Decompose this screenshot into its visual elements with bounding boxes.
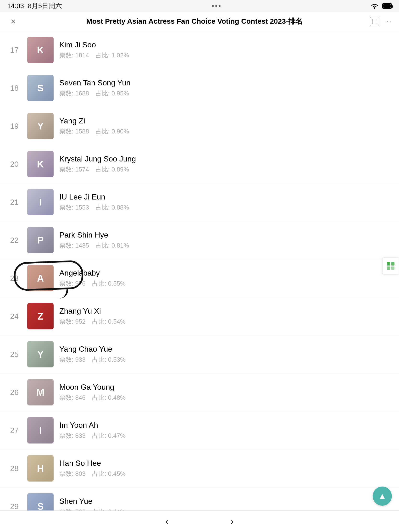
vote-pct: 占比: 0.90% xyxy=(96,128,129,135)
avatar-placeholder: P xyxy=(27,227,54,253)
side-grid-button[interactable] xyxy=(382,258,399,274)
avatar: K xyxy=(27,37,54,63)
close-button[interactable]: × xyxy=(7,17,19,26)
contestant-name: Im Yoon Ah xyxy=(59,421,392,430)
vote-count: 票数: 933 xyxy=(59,356,86,363)
vote-count: 票数: 846 xyxy=(59,394,86,401)
avatar: M xyxy=(27,379,54,405)
avatar: I xyxy=(27,417,54,443)
vote-pct: 占比: 0.89% xyxy=(96,166,129,173)
contestant-stats: 票数: 846 占比: 0.48% xyxy=(59,393,392,402)
scroll-top-button[interactable]: ▲ xyxy=(373,487,392,506)
contestant-stats: 票数: 976 占比: 0.55% xyxy=(59,279,392,288)
grid-dot xyxy=(387,262,390,266)
list-item[interactable]: 25 Y Yang Chao Yue 票数: 933 占比: 0.53% xyxy=(0,335,399,374)
nav-actions: ··· xyxy=(370,17,392,26)
rank-number: 25 xyxy=(7,350,22,359)
avatar-placeholder: I xyxy=(27,417,54,443)
vote-count: 票数: 1574 xyxy=(59,166,89,173)
vote-pct: 占比: 0.54% xyxy=(92,318,126,325)
contestant-name: Krystal Jung Soo Jung xyxy=(59,155,392,163)
contestant-name: Yang Zi xyxy=(59,116,392,125)
status-time: 14:03 xyxy=(7,2,24,10)
status-bar: 14:03 8月5日周六 xyxy=(0,0,399,12)
list-item[interactable]: 17 K Kim Ji Soo 票数: 1814 占比: 1.02% xyxy=(0,31,399,69)
grid-dot xyxy=(391,266,394,270)
contestant-info: Yang Zi 票数: 1588 占比: 0.90% xyxy=(59,116,392,136)
vote-count: 票数: 1814 xyxy=(59,52,89,59)
wifi-icon xyxy=(370,3,379,9)
contestant-info: Angelababy 票数: 976 占比: 0.55% xyxy=(59,269,392,288)
contestant-info: IU Lee Ji Eun 票数: 1553 占比: 0.88% xyxy=(59,193,392,212)
contestant-name: Shen Yue xyxy=(59,497,392,506)
contestant-info: Krystal Jung Soo Jung 票数: 1574 占比: 0.89% xyxy=(59,155,392,174)
contestant-stats: 票数: 952 占比: 0.54% xyxy=(59,317,392,326)
contestant-name: Angelababy xyxy=(59,269,392,278)
contestant-stats: 票数: 1435 占比: 0.81% xyxy=(59,241,392,250)
page-title: Most Pretty Asian Actress Fan Choice Vot… xyxy=(19,17,370,26)
bottom-nav: ‹ › xyxy=(0,510,399,532)
avatar-placeholder: Z xyxy=(27,303,54,329)
avatar: I xyxy=(27,189,54,215)
rank-number: 24 xyxy=(7,312,22,321)
vote-pct: 占比: 0.53% xyxy=(92,356,126,363)
contestant-info: Kim Ji Soo 票数: 1814 占比: 1.02% xyxy=(59,40,392,60)
contestant-stats: 票数: 1588 占比: 0.90% xyxy=(59,127,392,136)
vote-pct: 占比: 0.47% xyxy=(92,432,126,439)
rank-number: 21 xyxy=(7,198,22,207)
contestant-name: Kim Ji Soo xyxy=(59,40,392,49)
rank-number: 17 xyxy=(7,46,22,55)
contestant-name: Yang Chao Yue xyxy=(59,345,392,354)
list-item[interactable]: 28 H Han So Hee 票数: 803 占比: 0.45% xyxy=(0,450,399,488)
list-item[interactable]: 26 M Moon Ga Young 票数: 846 占比: 0.48% xyxy=(0,374,399,412)
vote-pct: 占比: 0.45% xyxy=(92,470,126,477)
vote-count: 票数: 833 xyxy=(59,432,86,439)
avatar-placeholder: M xyxy=(27,379,54,405)
vote-pct: 占比: 0.48% xyxy=(92,394,126,401)
contestant-stats: 票数: 1814 占比: 1.02% xyxy=(59,51,392,60)
layout-button[interactable] xyxy=(370,17,379,26)
list-item[interactable]: 23 A Angelababy 票数: 976 占比: 0.55% xyxy=(0,259,399,297)
contestant-stats: 票数: 933 占比: 0.53% xyxy=(59,355,392,364)
rank-number: 27 xyxy=(7,426,22,435)
vote-pct: 占比: 0.95% xyxy=(96,90,129,97)
vote-pct: 占比: 0.81% xyxy=(96,242,129,249)
contestant-name: Park Shin Hye xyxy=(59,231,392,240)
back-button[interactable]: ‹ xyxy=(158,513,176,529)
list-item[interactable]: 27 I Im Yoon Ah 票数: 833 占比: 0.47% xyxy=(0,412,399,450)
list-item[interactable]: 20 K Krystal Jung Soo Jung 票数: 1574 占比: … xyxy=(0,145,399,183)
list-item[interactable]: 21 I IU Lee Ji Eun 票数: 1553 占比: 0.88% xyxy=(0,183,399,221)
contestant-stats: 票数: 1574 占比: 0.89% xyxy=(59,165,392,174)
avatar-placeholder: A xyxy=(27,265,54,291)
rank-number: 20 xyxy=(7,160,22,169)
avatar-placeholder: K xyxy=(27,37,54,63)
avatar: Y xyxy=(27,341,54,367)
avatar: A xyxy=(27,265,54,291)
vote-count: 票数: 1435 xyxy=(59,242,89,249)
list-item[interactable]: 24 Z Zhang Yu Xi 票数: 952 占比: 0.54% xyxy=(0,297,399,335)
rank-number: 22 xyxy=(7,236,22,245)
list-item[interactable]: 18 S Seven Tan Song Yun 票数: 1688 占比: 0.9… xyxy=(0,69,399,107)
contestant-name: Moon Ga Young xyxy=(59,383,392,392)
contestant-name: Han So Hee xyxy=(59,459,392,468)
avatar: Y xyxy=(27,113,54,139)
list-item[interactable]: 19 Y Yang Zi 票数: 1588 占比: 0.90% xyxy=(0,107,399,145)
contestant-stats: 票数: 833 占比: 0.47% xyxy=(59,431,392,440)
status-icons xyxy=(370,3,392,9)
contestant-name: Zhang Yu Xi xyxy=(59,307,392,316)
more-button[interactable]: ··· xyxy=(384,18,392,25)
list-item[interactable]: 22 P Park Shin Hye 票数: 1435 占比: 0.81% xyxy=(0,221,399,259)
avatar-placeholder: I xyxy=(27,189,54,215)
status-center-dots xyxy=(212,5,221,7)
svg-point-0 xyxy=(374,7,375,9)
avatar: H xyxy=(27,455,54,481)
contestant-info: Han So Hee 票数: 803 占比: 0.45% xyxy=(59,459,392,478)
avatar: S xyxy=(27,75,54,101)
vote-pct: 占比: 1.02% xyxy=(96,52,129,59)
contestant-info: Seven Tan Song Yun 票数: 1688 占比: 0.95% xyxy=(59,78,392,98)
rank-number: 29 xyxy=(7,502,22,511)
vote-count: 票数: 803 xyxy=(59,470,86,477)
rank-number: 28 xyxy=(7,464,22,473)
contestant-stats: 票数: 803 占比: 0.45% xyxy=(59,469,392,478)
forward-button[interactable]: › xyxy=(223,513,241,529)
